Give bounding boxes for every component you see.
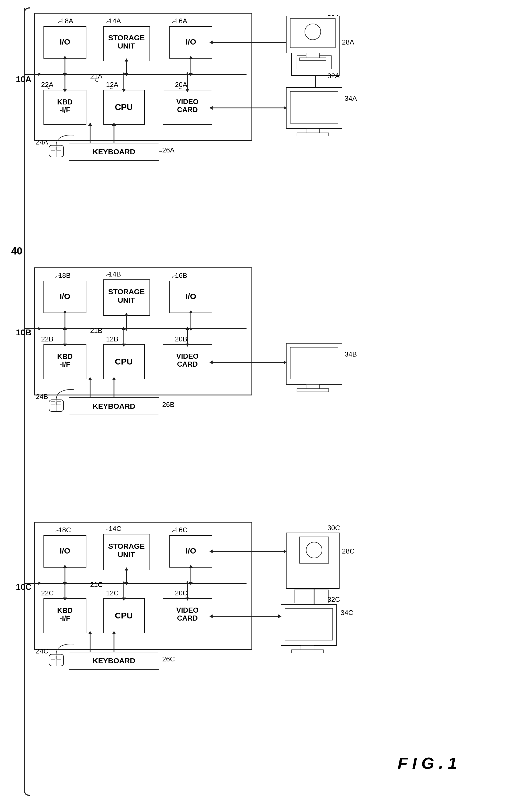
svg-text:28A: 28A (342, 38, 354, 46)
svg-text:22A: 22A (41, 80, 54, 89)
svg-text:20C: 20C (175, 589, 188, 597)
svg-text:18B: 18B (58, 272, 71, 279)
svg-text:24A: 24A (36, 138, 48, 146)
svg-text:UNIT: UNIT (118, 42, 135, 50)
svg-text:14C: 14C (109, 525, 122, 533)
svg-text:KEYBOARD: KEYBOARD (93, 657, 135, 665)
svg-text:32A: 32A (327, 72, 340, 80)
svg-text:34C: 34C (341, 609, 353, 617)
svg-rect-84 (51, 147, 55, 150)
svg-text:12C: 12C (106, 589, 119, 597)
svg-text:CARD: CARD (177, 614, 198, 622)
svg-text:16A: 16A (175, 17, 187, 25)
svg-rect-204 (294, 590, 329, 603)
svg-point-60 (305, 24, 321, 40)
svg-text:KBD: KBD (57, 353, 73, 361)
svg-text:34A: 34A (345, 94, 357, 102)
svg-text:STORAGE: STORAGE (108, 542, 145, 550)
svg-text:20B: 20B (175, 335, 187, 343)
svg-text:I/O: I/O (186, 37, 196, 46)
svg-text:21B: 21B (90, 327, 102, 334)
svg-text:F I G .  1: F I G . 1 (398, 754, 457, 772)
svg-text:CPU: CPU (115, 102, 133, 112)
svg-text:VIDEO: VIDEO (176, 352, 199, 360)
diagram-container: 40 10A I/O 18A STORAGE UNIT 14A I/O 16A … (0, 0, 532, 808)
svg-text:CPU: CPU (115, 357, 133, 366)
svg-text:18A: 18A (61, 17, 73, 25)
svg-text:26A: 26A (162, 146, 175, 154)
svg-text:10A: 10A (16, 74, 32, 84)
svg-text:18C: 18C (58, 526, 71, 534)
svg-text:21C: 21C (90, 581, 103, 588)
svg-text:KEYBOARD: KEYBOARD (93, 402, 135, 410)
svg-text:CARD: CARD (177, 106, 198, 114)
svg-text:UNIT: UNIT (118, 551, 135, 559)
svg-rect-85 (57, 147, 61, 150)
svg-rect-227 (51, 656, 55, 659)
svg-text:CARD: CARD (177, 360, 198, 368)
svg-text:24C: 24C (36, 647, 49, 655)
svg-rect-150 (57, 402, 61, 405)
svg-text:30C: 30C (327, 524, 340, 532)
svg-text:40: 40 (11, 245, 22, 257)
svg-text:24B: 24B (36, 392, 48, 401)
svg-rect-67 (290, 91, 338, 123)
svg-rect-210 (285, 608, 333, 640)
svg-text:26B: 26B (162, 401, 175, 408)
svg-text:VIDEO: VIDEO (176, 98, 199, 106)
svg-text:22C: 22C (41, 589, 54, 597)
svg-text:CPU: CPU (115, 611, 133, 620)
svg-text:KBD: KBD (57, 98, 73, 106)
svg-text:KEYBOARD: KEYBOARD (93, 148, 135, 156)
svg-rect-228 (57, 656, 61, 659)
svg-text:12A: 12A (106, 80, 118, 89)
svg-text:-I/F: -I/F (60, 106, 71, 114)
svg-text:28C: 28C (342, 547, 355, 555)
svg-text:14A: 14A (109, 17, 121, 25)
svg-rect-212 (292, 650, 324, 653)
main-diagram: 40 10A I/O 18A STORAGE UNIT 14A I/O 16A … (0, 0, 532, 808)
svg-text:I/O: I/O (186, 546, 196, 555)
svg-text:21A: 21A (90, 72, 103, 80)
svg-text:32C: 32C (327, 595, 340, 603)
svg-text:STORAGE: STORAGE (108, 288, 145, 296)
svg-text:I/O: I/O (60, 37, 70, 46)
svg-text:34B: 34B (345, 350, 357, 358)
svg-text:12B: 12B (106, 335, 118, 343)
svg-rect-149 (51, 402, 55, 405)
svg-text:UNIT: UNIT (118, 296, 135, 304)
svg-text:16C: 16C (175, 526, 188, 534)
svg-text:26C: 26C (162, 655, 175, 663)
svg-text:16B: 16B (175, 272, 187, 279)
svg-point-198 (306, 542, 322, 558)
svg-rect-61 (306, 53, 319, 58)
svg-text:20A: 20A (175, 80, 187, 89)
svg-rect-62 (299, 58, 326, 60)
svg-text:-I/F: -I/F (60, 361, 71, 368)
svg-text:STORAGE: STORAGE (108, 34, 145, 42)
svg-text:22B: 22B (41, 335, 53, 343)
svg-rect-69 (297, 133, 329, 136)
svg-text:I/O: I/O (186, 292, 196, 300)
svg-text:I/O: I/O (60, 292, 70, 300)
svg-rect-132 (290, 347, 338, 379)
svg-text:I/O: I/O (60, 546, 70, 555)
svg-text:KBD: KBD (57, 607, 73, 614)
svg-text:VIDEO: VIDEO (176, 606, 199, 614)
svg-rect-134 (297, 389, 329, 392)
svg-text:14B: 14B (109, 270, 121, 278)
svg-text:-I/F: -I/F (60, 614, 71, 622)
